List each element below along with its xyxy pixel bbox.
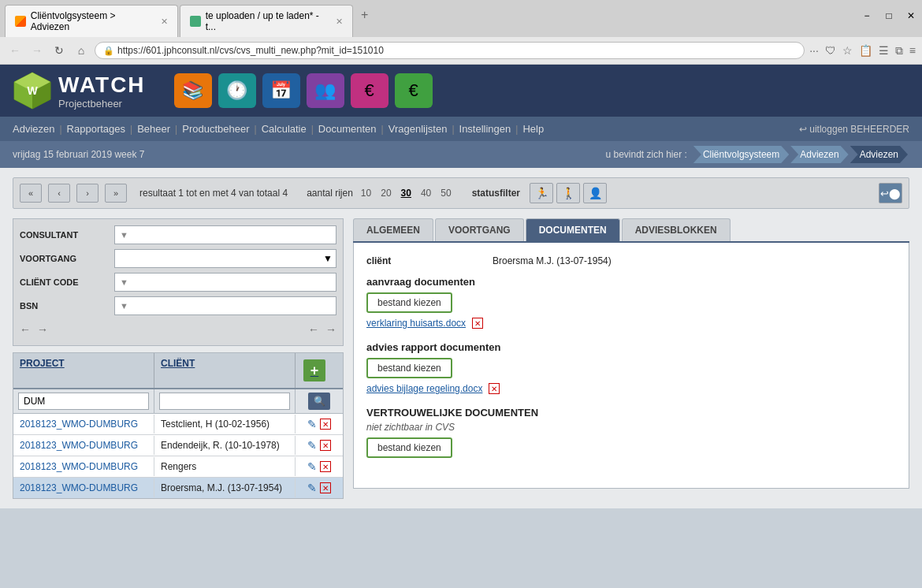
- client-code-input[interactable]: ▼: [114, 273, 336, 292]
- row-count-10[interactable]: 10: [361, 188, 371, 199]
- crumb-adviezen2[interactable]: Adviezen: [850, 146, 908, 163]
- right-panel: ALGEMEEN VOORTGANG DOCUMENTEN ADVIESBLOK…: [353, 218, 909, 499]
- table-row[interactable]: 2018123_WMO-DUMBURG Endendeijk, R. (10-1…: [13, 435, 343, 456]
- header-icon-calendar[interactable]: 📅: [262, 73, 300, 108]
- bsn-input[interactable]: ▼: [114, 296, 336, 315]
- prev-page-button[interactable]: ‹: [48, 184, 70, 203]
- maximize-button[interactable]: □: [878, 5, 900, 27]
- last-page-button[interactable]: »: [105, 184, 127, 203]
- reading-list-icon[interactable]: 📋: [859, 44, 872, 58]
- home-button[interactable]: ⌂: [72, 42, 90, 59]
- header-icon-clock[interactable]: 🕐: [218, 73, 256, 108]
- consultant-input[interactable]: ▼: [114, 225, 336, 244]
- vertrouwelijk-file-button[interactable]: bestand kiezen: [366, 437, 452, 458]
- tab-voortgang[interactable]: VOORTGANG: [435, 218, 524, 241]
- header-icon-euro1[interactable]: €: [351, 73, 389, 108]
- row-count-50[interactable]: 50: [441, 188, 451, 199]
- url-bar[interactable]: 🔒 https://601.jphconsult.nl/cvs/cvs_mult…: [95, 42, 805, 59]
- tab-adviesblokken[interactable]: ADVIESBLOKKEN: [622, 218, 731, 241]
- row4-edit-button[interactable]: ✎: [307, 482, 317, 494]
- add-record-button[interactable]: +: [303, 359, 325, 381]
- nav-vragenlijsten[interactable]: Vragenlijsten: [389, 121, 448, 136]
- table-row[interactable]: 2018123_WMO-DUMBURG Broersma, M.J. (13-0…: [13, 478, 343, 498]
- row-count-40[interactable]: 40: [421, 188, 431, 199]
- extensions-icon[interactable]: ⧉: [895, 44, 903, 58]
- header-icon-book[interactable]: 📚: [174, 73, 212, 108]
- header-icon-euro2[interactable]: €: [395, 73, 433, 108]
- col-project[interactable]: PROJECT: [13, 353, 154, 388]
- forward-button[interactable]: →: [28, 42, 46, 59]
- more-button[interactable]: ···: [809, 44, 819, 58]
- nav-calculatie[interactable]: Calculatie: [262, 121, 307, 136]
- left-arrow-left[interactable]: ←: [20, 323, 31, 336]
- nav-instellingen[interactable]: Instellingen: [459, 121, 511, 136]
- row1-edit-button[interactable]: ✎: [307, 418, 317, 430]
- tab-1[interactable]: Cliëntvolgsysteem > Adviezen ✕: [5, 5, 178, 37]
- logout-link[interactable]: ↩ uitloggen BEHEERDER: [799, 124, 909, 135]
- search-project-input[interactable]: [18, 393, 149, 410]
- aanvraag-file-delete[interactable]: ✕: [472, 318, 483, 329]
- new-tab-button[interactable]: +: [355, 5, 374, 37]
- col-client[interactable]: CLIËNT: [154, 353, 296, 388]
- aanvraag-file-button[interactable]: bestand kiezen: [366, 292, 452, 313]
- search-client-input[interactable]: [159, 393, 290, 410]
- table-row[interactable]: 2018123_WMO-DUMBURG Rengers ✎ ✕: [13, 456, 343, 478]
- client-code-row: CLIËNT CODE ▼: [20, 273, 336, 292]
- shield-icon[interactable]: 🛡: [825, 44, 836, 58]
- row-count-30[interactable]: 30: [401, 188, 411, 199]
- back-button[interactable]: ←: [6, 42, 24, 59]
- right-arrow-right[interactable]: →: [325, 323, 336, 336]
- status-active-button[interactable]: 🏃: [530, 183, 553, 203]
- advies-file-button[interactable]: bestand kiezen: [366, 358, 452, 378]
- brand-name: WATCH: [58, 73, 146, 98]
- next-page-button[interactable]: ›: [76, 184, 99, 203]
- left-arrow-right[interactable]: →: [37, 323, 48, 336]
- close-button[interactable]: ✕: [900, 5, 922, 27]
- row3-edit-button[interactable]: ✎: [307, 460, 317, 473]
- nav-productbeheer[interactable]: Productbeheer: [182, 121, 249, 136]
- minimize-button[interactable]: −: [856, 5, 878, 27]
- tab-1-close[interactable]: ✕: [161, 17, 168, 27]
- row2-edit-button[interactable]: ✎: [307, 439, 317, 452]
- advies-btn-label: bestand kiezen: [377, 363, 441, 374]
- first-page-button[interactable]: «: [20, 184, 42, 203]
- nav-documenten[interactable]: Documenten: [318, 121, 377, 136]
- left-arrows[interactable]: ← →: [20, 323, 48, 336]
- table-row[interactable]: 2018123_WMO-DUMBURG Testclient, H (10-02…: [13, 414, 343, 435]
- advies-file-delete[interactable]: ✕: [489, 383, 500, 394]
- row4-delete-button[interactable]: ✕: [320, 482, 331, 493]
- header-icon-people[interactable]: 👥: [307, 73, 344, 108]
- tab-algemeen[interactable]: ALGEMEEN: [353, 218, 433, 241]
- row2-delete-button[interactable]: ✕: [320, 440, 331, 451]
- row3-delete-button[interactable]: ✕: [320, 461, 331, 472]
- tab-documenten[interactable]: DOCUMENTEN: [526, 218, 620, 241]
- row-count-20[interactable]: 20: [381, 188, 391, 199]
- nav-beheer[interactable]: Beheer: [137, 121, 170, 136]
- star-icon[interactable]: ☆: [842, 44, 853, 58]
- nav-help[interactable]: Help: [522, 121, 544, 136]
- crumb-cvs[interactable]: Cliëntvolgsysteem: [693, 146, 789, 163]
- voortgang-select[interactable]: ▼: [114, 249, 336, 268]
- reload-button[interactable]: ↻: [50, 42, 68, 59]
- tab-2[interactable]: te uploaden / up te laden* - t... ✕: [180, 5, 353, 37]
- nav-adviezen[interactable]: Adviezen: [13, 121, 54, 136]
- tab-2-close[interactable]: ✕: [336, 17, 343, 27]
- right-arrows[interactable]: ← →: [308, 323, 336, 336]
- search-button[interactable]: 🔍: [308, 393, 330, 410]
- pagination-row: « ‹ › » resultaat 1 tot en met 4 van tot…: [13, 177, 909, 209]
- row1-delete-button[interactable]: ✕: [320, 419, 331, 430]
- reader-view-icon[interactable]: ☰: [879, 44, 889, 58]
- right-arrow-left[interactable]: ←: [308, 323, 319, 336]
- client-info-value: Broersma M.J. (13-07-1954): [493, 255, 612, 266]
- export-button[interactable]: ↩⬤: [879, 183, 902, 203]
- advies-file-link[interactable]: advies bijlage regeling.docx: [366, 383, 482, 394]
- row4-project: 2018123_WMO-DUMBURG: [13, 478, 154, 497]
- aanvraag-file-link[interactable]: verklaring huisarts.docx: [366, 318, 466, 329]
- client-info-label: cliënt: [366, 255, 493, 266]
- menu-icon[interactable]: ≡: [909, 44, 916, 58]
- status-inactive-button[interactable]: 👤: [583, 183, 607, 203]
- crumb-adviezen1[interactable]: Adviezen: [790, 146, 848, 163]
- voortgang-label: VOORTGANG: [20, 254, 114, 263]
- nav-rapportages[interactable]: Rapportages: [67, 121, 125, 136]
- status-walking-button[interactable]: 🚶: [556, 183, 580, 203]
